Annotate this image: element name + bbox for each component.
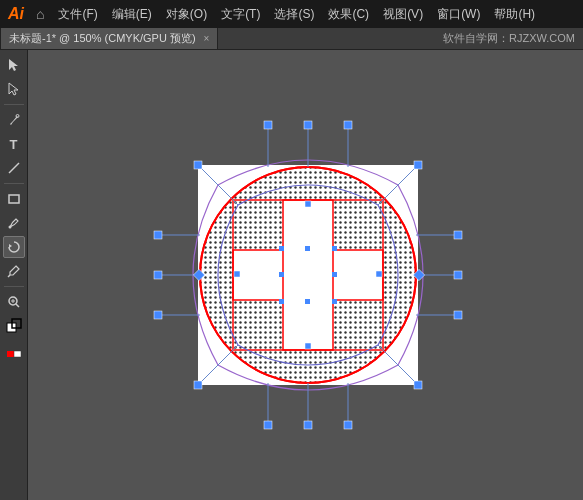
direct-select-tool[interactable] [3,78,25,100]
svg-rect-44 [304,421,312,429]
menu-file[interactable]: 文件(F) [52,4,103,25]
toolbar-divider-3 [4,286,24,287]
fill-stroke[interactable] [3,315,25,337]
svg-marker-0 [9,59,18,71]
artwork-container [138,105,478,445]
svg-rect-42 [414,381,422,389]
menu-effect[interactable]: 效果(C) [322,4,375,25]
pen-tool[interactable] [3,109,25,131]
eyedropper-tool[interactable] [3,260,25,282]
svg-rect-41 [194,381,202,389]
svg-rect-64 [332,299,337,304]
paintbrush-tool[interactable] [3,212,25,234]
svg-rect-45 [154,271,162,279]
menu-type[interactable]: 文字(T) [215,4,266,25]
svg-rect-53 [454,231,462,239]
svg-line-3 [9,163,19,173]
svg-rect-68 [332,272,337,277]
menu-help[interactable]: 帮助(H) [488,4,541,25]
svg-rect-67 [279,272,284,277]
menu-window[interactable]: 窗口(W) [431,4,486,25]
svg-rect-57 [305,201,311,207]
svg-rect-58 [305,343,311,349]
svg-rect-62 [332,246,337,251]
canvas-background [68,80,548,470]
svg-marker-6 [9,244,12,248]
svg-rect-48 [344,121,352,129]
svg-line-9 [16,304,19,307]
svg-rect-65 [305,246,310,251]
svg-rect-15 [14,351,21,357]
rotate-tool[interactable] [3,236,25,258]
svg-point-2 [16,115,19,118]
svg-rect-52 [154,311,162,319]
type-tool[interactable]: T [3,133,25,155]
tab-title: 未标题-1* @ 150% (CMYK/GPU 预览) [9,31,196,46]
svg-rect-50 [344,421,352,429]
svg-point-5 [8,226,11,229]
artwork-svg [138,105,478,445]
svg-rect-39 [194,161,202,169]
svg-rect-20 [283,200,333,350]
svg-rect-56 [376,271,382,277]
svg-rect-46 [454,271,462,279]
svg-rect-49 [264,421,272,429]
svg-rect-47 [264,121,272,129]
tab-close-button[interactable]: × [204,33,210,44]
svg-line-7 [8,275,10,277]
menu-bar: 文件(F) 编辑(E) 对象(O) 文字(T) 选择(S) 效果(C) 视图(V… [52,4,541,25]
menu-view[interactable]: 视图(V) [377,4,429,25]
ai-logo: Ai [8,5,24,23]
svg-rect-51 [154,231,162,239]
rect-tool[interactable] [3,188,25,210]
toolbar: T [0,50,28,500]
active-tab[interactable]: 未标题-1* @ 150% (CMYK/GPU 预览) × [0,28,218,49]
svg-rect-55 [234,271,240,277]
toolbar-divider-2 [4,183,24,184]
website-label: 软件自学网：RJZXW.COM [443,31,575,46]
svg-rect-14 [7,351,14,357]
select-tool[interactable] [3,54,25,76]
tab-bar: 未标题-1* @ 150% (CMYK/GPU 预览) × 软件自学网：RJZX… [0,28,583,50]
svg-rect-61 [279,246,284,251]
svg-rect-40 [414,161,422,169]
toolbar-divider-1 [4,104,24,105]
canvas-area [28,50,583,500]
menu-edit[interactable]: 编辑(E) [106,4,158,25]
svg-rect-54 [454,311,462,319]
zoom-tool[interactable] [3,291,25,313]
title-bar: Ai ⌂ 文件(F) 编辑(E) 对象(O) 文字(T) 选择(S) 效果(C)… [0,0,583,28]
home-icon[interactable]: ⌂ [36,6,44,22]
menu-object[interactable]: 对象(O) [160,4,213,25]
svg-rect-66 [305,299,310,304]
menu-select[interactable]: 选择(S) [268,4,320,25]
svg-marker-1 [9,83,18,95]
main-layout: T [0,50,583,500]
transform-icon[interactable] [3,339,25,361]
svg-rect-43 [304,121,312,129]
svg-rect-63 [279,299,284,304]
line-tool[interactable] [3,157,25,179]
svg-rect-4 [9,195,19,203]
